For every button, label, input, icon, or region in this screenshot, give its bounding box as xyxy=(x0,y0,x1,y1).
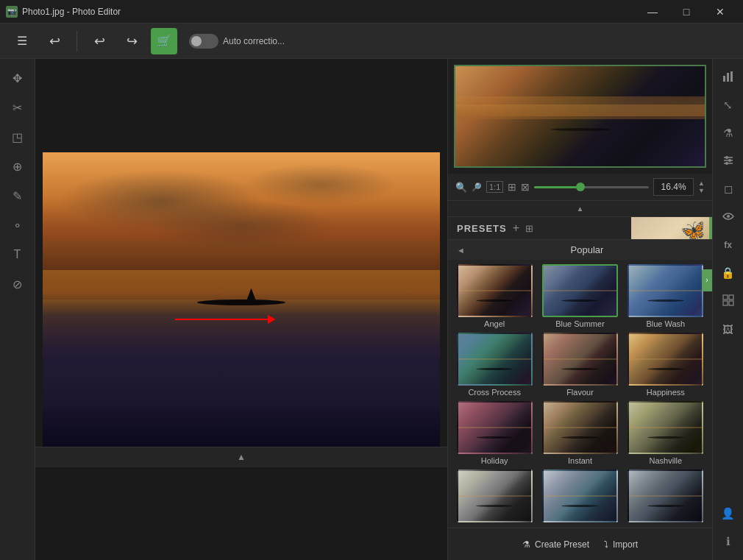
preset-thumb-nashville xyxy=(628,401,703,454)
auto-correct-toggle[interactable] xyxy=(189,34,218,49)
svg-rect-12 xyxy=(723,301,728,305)
tool-brush[interactable]: ✎ xyxy=(4,182,31,209)
image-button[interactable]: 🖼 xyxy=(716,316,741,341)
redo-button[interactable]: ↪ xyxy=(118,28,145,54)
right-panel: 🔍 🔎 1:1 ⊞ ⊠ 16.4% ▲ ▼ ▲ PRESETS + ⊞ xyxy=(447,59,712,560)
preset-thumb-blue-summer xyxy=(542,264,618,317)
boat-silhouette xyxy=(197,300,285,305)
canvas-expand-button[interactable]: ▲ xyxy=(237,452,246,462)
create-preset-icon: ⚗ xyxy=(522,539,530,550)
zoom-down-arrow[interactable]: ▼ xyxy=(698,188,705,194)
preview-image xyxy=(454,65,706,168)
zoom-reduce-button[interactable]: 🔎 xyxy=(472,182,482,192)
presets-label: PRESETS xyxy=(457,223,507,234)
minimize-button[interactable]: — xyxy=(636,0,669,24)
zoom-11-button[interactable]: 1:1 xyxy=(486,181,503,193)
tool-crop[interactable]: ✂ xyxy=(4,94,31,121)
undo-icon: ↩ xyxy=(49,33,60,49)
preview-boat xyxy=(551,128,610,131)
collapse-button[interactable]: ▲ xyxy=(448,201,712,217)
preset-item-bottom1[interactable] xyxy=(452,468,536,526)
presets-header: PRESETS + ⊞ xyxy=(448,217,712,240)
histogram-button[interactable] xyxy=(716,65,741,90)
presets-add-button[interactable]: + xyxy=(513,221,519,235)
menu-icon: ☰ xyxy=(17,34,27,48)
tool-move[interactable]: ✥ xyxy=(4,65,31,91)
eye-button[interactable] xyxy=(716,205,741,230)
preset-thumb-bottom1 xyxy=(457,469,533,522)
preset-item-angel[interactable]: Angel xyxy=(452,263,536,330)
presets-grid-button[interactable]: ⊞ xyxy=(525,223,533,234)
preset-name-flavour: Flavour xyxy=(566,388,594,397)
popular-arrow-icon: ◄ xyxy=(457,246,465,255)
preview-horizon xyxy=(455,104,705,119)
preset-item-instant[interactable]: Instant xyxy=(538,400,622,467)
lock-icon: 🔒 xyxy=(721,266,735,280)
preset-item-cross-process[interactable]: Cross Process xyxy=(452,331,536,398)
fx-button[interactable]: fx xyxy=(716,233,741,258)
preset-item-blue-wash[interactable]: Blue Wash xyxy=(624,263,708,330)
tool-add[interactable]: ⊕ xyxy=(4,153,31,180)
undo-button[interactable]: ↩ xyxy=(41,28,68,54)
adjust-button[interactable] xyxy=(716,149,741,174)
preset-item-nashville[interactable]: Nashville xyxy=(624,400,708,467)
preset-thumb-angel xyxy=(457,264,533,317)
info-icon: ℹ xyxy=(726,535,730,548)
zoom-arrows: ▲ ▼ xyxy=(698,180,705,194)
undo2-button[interactable]: ↩ xyxy=(86,28,113,54)
cart-icon: 🛒 xyxy=(157,34,171,48)
tool-shape[interactable]: ⚬ xyxy=(4,212,31,238)
chevron-right-icon: › xyxy=(705,276,708,284)
zoom-slider-thumb xyxy=(576,182,585,191)
filter-button[interactable]: ⚗ xyxy=(716,121,741,146)
info-button[interactable]: ℹ xyxy=(716,529,741,554)
tool-text[interactable]: T xyxy=(4,241,31,268)
app-icon: 📷 xyxy=(6,6,18,18)
zoom-magnify-button[interactable]: 🔍 xyxy=(455,182,467,193)
grid-button[interactable] xyxy=(716,288,741,313)
lock-button[interactable]: 🔒 xyxy=(716,260,741,286)
main-layout: ✥ ✂ ◳ ⊕ ✎ ⚬ T ⊘ ▲ xyxy=(0,59,743,560)
tool-transform[interactable]: ◳ xyxy=(4,124,31,150)
zoom-slider[interactable] xyxy=(534,186,649,188)
zoom-custom-button[interactable]: ⊠ xyxy=(521,181,530,193)
cart-button[interactable]: 🛒 xyxy=(151,28,177,54)
crop-icon: ⤡ xyxy=(723,99,733,112)
preset-thumb-happiness xyxy=(628,333,703,386)
preset-name-blue-wash: Blue Wash xyxy=(646,319,685,328)
zoom-up-arrow[interactable]: ▲ xyxy=(698,180,705,187)
tool-erase[interactable]: ⊘ xyxy=(4,271,31,297)
preset-name-blue-summer: Blue Summer xyxy=(555,319,605,328)
person-icon: 👤 xyxy=(721,507,735,520)
presets-grid: Angel Blue Summer Blue Wash xyxy=(448,260,712,528)
preset-item-holiday[interactable]: Holiday xyxy=(452,400,536,467)
crop-tool-button[interactable]: ⤡ xyxy=(716,93,741,118)
green-accent-bar xyxy=(709,217,712,239)
select-icon: ◻ xyxy=(724,182,733,196)
create-preset-button[interactable]: ⚗ Create Preset xyxy=(522,539,589,550)
svg-rect-0 xyxy=(723,76,725,82)
grid-icon xyxy=(722,294,734,308)
filter-icon: ⚗ xyxy=(723,127,733,140)
window-title: Photo1.jpg - Photo Editor xyxy=(22,7,121,17)
close-button[interactable]: ✕ xyxy=(703,0,737,24)
select-button[interactable]: ◻ xyxy=(716,177,741,202)
preset-item-bottom3[interactable] xyxy=(624,468,708,526)
preset-thumb-bottom3 xyxy=(628,469,703,522)
person-button[interactable]: 👤 xyxy=(716,501,741,526)
menu-button[interactable]: ☰ xyxy=(9,28,35,54)
maximize-button[interactable]: □ xyxy=(669,0,703,24)
preset-name-nashville: Nashville xyxy=(650,456,683,465)
preset-item-blue-summer[interactable]: Blue Summer xyxy=(538,263,622,330)
preset-item-bottom2[interactable] xyxy=(538,468,622,526)
zoom-fit-button[interactable]: ⊞ xyxy=(508,181,516,193)
right-icons-sidebar: ⤡ ⚗ ◻ xyxy=(712,59,743,560)
panel-expand-handle[interactable]: › xyxy=(702,269,712,291)
preset-item-flavour[interactable]: Flavour xyxy=(538,331,622,398)
import-button[interactable]: ⤵ Import xyxy=(604,539,638,550)
preset-item-happiness[interactable]: Happiness xyxy=(624,331,708,398)
canvas-image xyxy=(43,152,440,447)
title-bar-left: 📷 Photo1.jpg - Photo Editor xyxy=(6,6,121,18)
preset-name-happiness: Happiness xyxy=(647,388,685,397)
auto-correct-area: Auto correctio... xyxy=(189,34,285,49)
